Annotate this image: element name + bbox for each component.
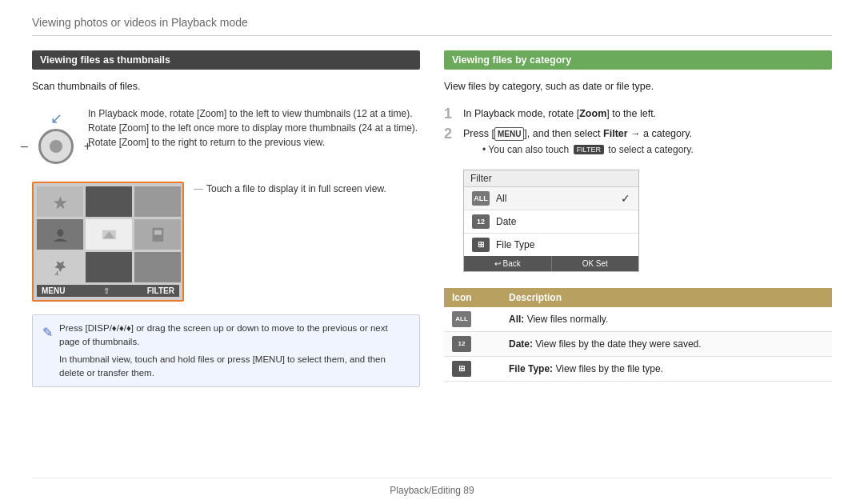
thumb-cell-8 xyxy=(86,252,132,282)
filter-date-icon: 12 xyxy=(472,214,490,229)
filter-badge: FILTER xyxy=(574,145,604,154)
filter-ok-btn[interactable]: OK Set xyxy=(552,256,639,271)
table-header-desc: Description xyxy=(501,288,832,307)
filter-item-filetype[interactable]: ⊞ File Type xyxy=(464,234,638,256)
svg-line-7 xyxy=(56,274,58,275)
share-icon: ⇧ xyxy=(103,286,110,295)
table-row-all: ALL All: View files normally. xyxy=(444,307,832,332)
filter-footer: ↩ Back OK Set xyxy=(464,256,638,271)
note-box: ✎ Press [DISP/♦/♦/♦] or drag the screen … xyxy=(32,314,420,387)
zoom-row: ↙ – + In Playback mode, rotate [Zoom] to… xyxy=(32,106,420,164)
thumb-cell-7 xyxy=(37,252,83,282)
tbl-all-icon: ALL xyxy=(452,311,471,327)
svg-line-6 xyxy=(54,274,56,274)
main-content: Viewing files as thumbnails Scan thumbna… xyxy=(32,50,832,473)
step-1-text: In Playback mode, rotate [Zoom] to the l… xyxy=(463,106,656,122)
thumb-menu-bar: MENU ⇧ FILTER xyxy=(37,285,179,297)
thumbnail-grid xyxy=(37,186,181,282)
menu-label: MENU xyxy=(42,286,65,295)
thumb-cell-6 xyxy=(134,219,181,250)
step-2-row: 2 Press [MENU], and then select Filter →… xyxy=(444,126,832,155)
table-cell-filetype-icon: ⊞ xyxy=(444,356,501,381)
note-line-2: In thumbnail view, touch and hold files … xyxy=(59,353,410,381)
date-desc-text: View files by the date they were saved. xyxy=(535,338,701,350)
filter-filetype-label: File Type xyxy=(496,239,534,250)
note-line-1: Press [DISP/♦/♦/♦] or drag the screen up… xyxy=(59,322,410,350)
zoom-dial-inner xyxy=(50,140,62,153)
page-container: Viewing photos or videos in Playback mod… xyxy=(0,0,864,504)
step-2-sub: • You can also touch FILTER to select a … xyxy=(482,144,694,155)
scan-text: Scan thumbnails of files. xyxy=(32,81,420,92)
table-cell-all-icon: ALL xyxy=(444,307,501,332)
zoom-dial[interactable] xyxy=(38,129,74,164)
zoom-plus-icon: + xyxy=(84,139,91,154)
thumb-cell-1 xyxy=(37,186,83,217)
arrows-icon: ↙ xyxy=(50,110,62,127)
step-1-row: 1 In Playback mode, rotate [Zoom] to the… xyxy=(444,106,832,122)
svg-point-0 xyxy=(57,229,63,236)
menu-badge: MENU xyxy=(494,127,524,141)
date-desc-bold: Date: xyxy=(509,338,533,350)
step-1-num: 1 xyxy=(444,106,457,121)
thumb-cell-9 xyxy=(134,252,181,282)
zoom-text: In Playback mode, rotate [Zoom] to the l… xyxy=(88,106,420,150)
filter-item-date[interactable]: 12 Date xyxy=(464,210,638,234)
filter-all-label: All xyxy=(496,193,506,204)
table-cell-all-desc: All: View files normally. xyxy=(501,307,832,332)
step-2-content: Press [MENU], and then select Filter → a… xyxy=(463,126,694,155)
thumb-cell-2 xyxy=(86,186,132,217)
thumbnail-section: MENU ⇧ FILTER Touch a file to display it… xyxy=(32,182,420,302)
right-column: Viewing files by category View files by … xyxy=(444,50,832,473)
note-lines: Press [DISP/♦/♦/♦] or drag the screen up… xyxy=(59,322,410,380)
thumb-cell-4 xyxy=(37,219,83,250)
filter-title-bar: Filter xyxy=(464,170,638,187)
table-header-icon: Icon xyxy=(444,288,501,307)
thumbnail-grid-wrapper: MENU ⇧ FILTER xyxy=(32,182,184,302)
step-2-text: Press [MENU], and then select Filter → a… xyxy=(463,128,692,139)
all-desc-text: View files normally. xyxy=(527,314,609,325)
svg-line-5 xyxy=(56,271,57,274)
filter-all-icon: ALL xyxy=(472,191,490,206)
filter-date-label: Date xyxy=(496,216,516,227)
note-icon: ✎ xyxy=(42,323,53,380)
step-2-num: 2 xyxy=(444,126,457,141)
svg-rect-4 xyxy=(154,230,161,234)
filter-filetype-icon: ⊞ xyxy=(472,238,490,252)
filter-back-btn[interactable]: ↩ Back xyxy=(464,256,552,271)
thumb-cell-3 xyxy=(134,186,181,217)
filetype-desc-bold: File Type: xyxy=(509,363,553,374)
filter-dialog: Filter ALL All ✓ 12 Date ⊞ File Type xyxy=(463,170,639,272)
table-row-date: 12 Date: View files by the date they wer… xyxy=(444,331,832,356)
zoom-icon-area: ↙ – + xyxy=(32,110,80,164)
thumb-cell-5 xyxy=(86,219,132,250)
all-desc-bold: All: xyxy=(509,314,524,325)
left-column: Viewing files as thumbnails Scan thumbna… xyxy=(32,50,420,473)
left-section-header: Viewing files as thumbnails xyxy=(32,50,420,70)
page-footer: Playback/Editing 89 xyxy=(32,478,832,496)
touch-file-text: Touch a file to display it in full scree… xyxy=(194,182,386,196)
table-cell-date-desc: Date: View files by the date they were s… xyxy=(501,331,832,356)
filter-item-all[interactable]: ALL All ✓ xyxy=(464,187,638,210)
table-cell-date-icon: 12 xyxy=(444,331,501,356)
filter-label: FILTER xyxy=(147,286,174,295)
zoom-minus-icon: – xyxy=(21,139,28,154)
filter-check-icon: ✓ xyxy=(621,192,630,205)
touch-arrow-area: Touch a file to display it in full scree… xyxy=(194,182,386,196)
steps: 1 In Playback mode, rotate [Zoom] to the… xyxy=(444,106,832,155)
view-desc: View files by category, such as date or … xyxy=(444,81,832,92)
icon-table: Icon Description ALL All: View files nor… xyxy=(444,288,832,382)
tbl-date-icon: 12 xyxy=(452,336,471,352)
right-section-header: Viewing files by category xyxy=(444,50,832,70)
table-cell-filetype-desc: File Type: View files by the file type. xyxy=(501,356,832,381)
table-row-filetype: ⊞ File Type: View files by the file type… xyxy=(444,356,832,381)
filetype-desc-text: View files by the file type. xyxy=(555,363,663,374)
tbl-filetype-icon: ⊞ xyxy=(452,361,471,377)
page-title: Viewing photos or videos in Playback mod… xyxy=(32,16,832,36)
